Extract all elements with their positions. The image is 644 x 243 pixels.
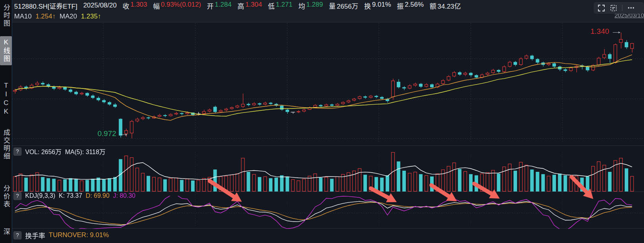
chart-toolbar bbox=[594, 2, 644, 14]
kdj-d-value: D: 69.90 bbox=[86, 192, 109, 199]
kdj-pane-header: ? KDJ(9,3,3) K: 73.37 D: 69.90 J: 80.30 bbox=[12, 191, 644, 201]
help-icon[interactable]: ? bbox=[13, 192, 22, 200]
kdj-name: KDJ(9,3,3) bbox=[25, 192, 55, 199]
kline-chart-canvas[interactable] bbox=[12, 0, 644, 243]
quote-amplitude: 振2.56% bbox=[397, 1, 424, 11]
high-price-annotation: 1.340 → bbox=[591, 27, 618, 36]
volume-pane-header: ? VOL: 2656万 MA(5): 3118万 bbox=[12, 146, 644, 156]
quote-high: 高1.304 bbox=[237, 1, 262, 11]
toolbar-divider bbox=[622, 5, 622, 11]
turnover-pane-header: ? 换手率 TURNOVER: 9.01% bbox=[12, 230, 644, 241]
right-arrow-icon: → bbox=[610, 27, 623, 36]
sidebar-item-depth[interactable]: 深 bbox=[0, 226, 12, 238]
ma10-value: 1.254↑ bbox=[35, 13, 55, 20]
quote-amount: 额34.23亿 bbox=[430, 1, 461, 11]
help-icon[interactable]: ? bbox=[13, 231, 22, 239]
ma20-label: MA20 bbox=[59, 13, 77, 20]
low-price-value: 0.972 bbox=[98, 129, 116, 138]
more-icon[interactable] bbox=[627, 4, 635, 11]
trade-date: 2025/08/20 bbox=[83, 2, 117, 9]
ma20-value: 1.235↑ bbox=[81, 13, 101, 20]
turnover-value: TURNOVER: 9.01% bbox=[49, 231, 109, 239]
symbol-name: 512880.SH[证券ETF] bbox=[14, 1, 77, 11]
help-icon[interactable]: ? bbox=[13, 147, 22, 156]
quote-close: 收1.303 bbox=[123, 1, 147, 11]
kdj-j-value: J: 80.30 bbox=[113, 192, 136, 199]
low-price-annotation: 0.972 → bbox=[98, 129, 125, 138]
volume-ma5-value: MA(5): 3118万 bbox=[65, 147, 106, 156]
chart-mode-sidebar: 分时图 K线图 TICK 成交明细 分价表 深 bbox=[0, 0, 12, 243]
quote-volume: 量2656万 bbox=[329, 1, 359, 11]
quote-low: 低1.271 bbox=[268, 1, 293, 11]
turnover-name: 换手率 bbox=[25, 230, 45, 240]
right-arrow-icon: → bbox=[117, 129, 130, 138]
volume-value: VOL: 2656万 bbox=[25, 147, 62, 156]
sidebar-item-kline[interactable]: K线图 bbox=[0, 36, 12, 65]
kdj-k-value: K: 73.37 bbox=[59, 192, 82, 199]
sidebar-item-price-table[interactable]: 分价表 bbox=[0, 182, 12, 211]
sidebar-item-timeshare[interactable]: 分时图 bbox=[0, 2, 12, 30]
snapshot-icon[interactable] bbox=[610, 4, 617, 11]
ma-legend: MA10 1.254↑ MA20 1.235↑ bbox=[14, 11, 101, 22]
fullscreen-icon[interactable] bbox=[598, 4, 605, 11]
quote-turnover-rate: 换9.01% bbox=[364, 1, 391, 11]
ma10-label: MA10 bbox=[14, 13, 31, 20]
quote-avg: 均1.289 bbox=[298, 1, 323, 11]
high-price-value: 1.340 bbox=[591, 27, 609, 36]
quote-open: 开1.284 bbox=[207, 1, 232, 11]
sidebar-item-trade-detail[interactable]: 成交明细 bbox=[0, 127, 12, 163]
quote-header: 512880.SH[证券ETF] 2025/08/20 收1.303 幅0.93… bbox=[12, 0, 644, 11]
trading-terminal: 分时图 K线图 TICK 成交明细 分价表 深 512880.SH[证券ETF]… bbox=[0, 0, 644, 243]
sidebar-item-tick[interactable]: TICK bbox=[0, 79, 12, 119]
quote-change: 幅0.93%(0.012) bbox=[153, 1, 201, 11]
